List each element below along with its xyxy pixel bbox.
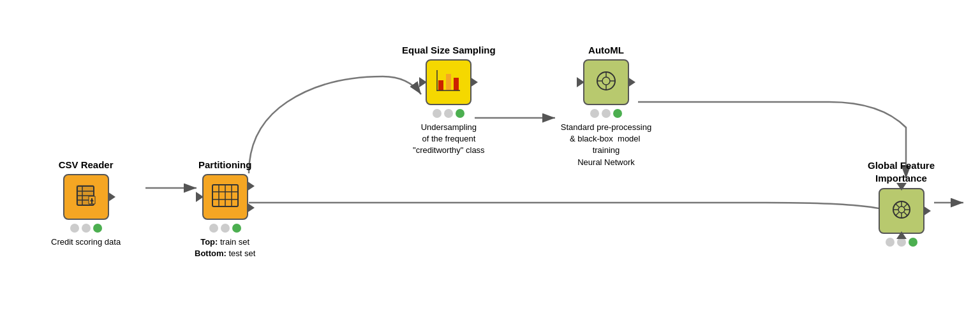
status-dot-1: [886, 238, 895, 247]
svg-rect-16: [446, 74, 451, 90]
status-dot-2: [82, 224, 91, 233]
partitioning-bottom-label: Bottom:: [195, 249, 226, 258]
gfi-bottom-input-port: [896, 231, 907, 239]
global-feature-importance-label-top: Global FeatureImportance: [868, 159, 935, 184]
automl-label-top: AutoML: [588, 45, 624, 55]
svg-rect-17: [454, 78, 459, 90]
equal-size-sampling-node[interactable]: Equal Size Sampling Undersamplingof the …: [402, 45, 496, 157]
csv-reader-label-bottom: Credit scoring data: [51, 236, 121, 248]
svg-line-35: [896, 212, 899, 215]
partitioning-label-bottom: Top: train set Bottom: test set: [195, 236, 255, 259]
svg-line-32: [896, 204, 899, 207]
gfi-top-input-port: [896, 183, 907, 191]
status-dot-1: [209, 224, 218, 233]
partitioning-icon: [212, 184, 239, 210]
status-dot-3: [232, 224, 241, 233]
equal-size-sampling-box[interactable]: [426, 59, 471, 105]
status-dot-3: [909, 238, 917, 247]
automl-input-port: [577, 77, 584, 87]
csv-reader-icon: [73, 182, 99, 212]
automl-status: [590, 109, 622, 118]
status-dot-3: [456, 109, 464, 118]
workflow-canvas: CSV Reader: [0, 0, 980, 325]
partitioning-bottom-value: test set: [226, 249, 256, 258]
partitioning-status: [209, 224, 241, 233]
automl-output-port: [628, 77, 635, 87]
equal-size-sampling-label-bottom: Undersamplingof the frequent"creditworth…: [413, 122, 485, 157]
svg-point-21: [602, 77, 610, 85]
automl-icon: [593, 68, 619, 96]
csv-reader-status: [70, 224, 102, 233]
status-dot-2: [221, 224, 230, 233]
svg-line-34: [904, 204, 907, 207]
global-feature-importance-box[interactable]: [879, 188, 924, 234]
csv-reader-node[interactable]: CSV Reader: [51, 159, 121, 248]
status-dot-3: [93, 224, 102, 233]
equal-size-sampling-output-port: [470, 77, 478, 87]
global-feature-importance-node[interactable]: Global FeatureImportance: [868, 159, 935, 247]
automl-box[interactable]: [583, 59, 629, 105]
global-feature-importance-icon: [889, 197, 914, 225]
status-dot-2: [444, 109, 453, 118]
partitioning-label-top: Partitioning: [198, 159, 251, 170]
partitioning-node[interactable]: Partitioning To: [195, 159, 255, 259]
svg-point-27: [898, 206, 905, 213]
status-dot-2: [602, 109, 611, 118]
partitioning-top-output: [247, 181, 255, 191]
status-dot-1: [70, 224, 79, 233]
global-feature-importance-status: [886, 238, 917, 247]
status-dot-3: [613, 109, 622, 118]
equal-size-sampling-icon: [436, 69, 461, 96]
equal-size-sampling-input-port: [419, 77, 427, 87]
partitioning-top-label: Top:: [200, 237, 218, 247]
csv-reader-box[interactable]: [63, 174, 109, 220]
equal-size-sampling-label-top: Equal Size Sampling: [402, 45, 496, 55]
automl-label-bottom: Standard pre-processing& black-box model…: [555, 122, 657, 168]
status-dot-1: [433, 109, 442, 118]
equal-size-sampling-status: [433, 109, 464, 118]
automl-node[interactable]: AutoML Standard pre-processing& black-bo…: [555, 45, 657, 168]
gfi-output-port: [923, 206, 931, 216]
partitioning-input-port: [196, 192, 204, 202]
partitioning-top-value: train set: [218, 237, 249, 247]
status-dot-2: [897, 238, 906, 247]
csv-reader-label-top: CSV Reader: [59, 159, 114, 170]
partitioning-bottom-output: [247, 203, 255, 213]
partitioning-box[interactable]: [202, 174, 248, 220]
svg-rect-15: [438, 80, 443, 90]
csv-reader-output-port: [108, 192, 115, 202]
status-dot-1: [590, 109, 599, 118]
svg-line-33: [904, 212, 907, 215]
